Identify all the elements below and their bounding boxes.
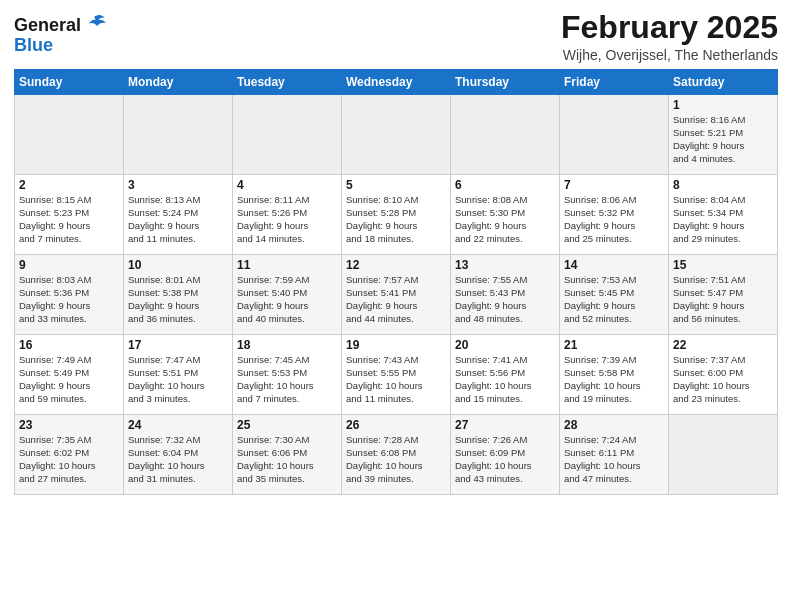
day-number: 12 xyxy=(346,258,446,272)
calendar-day-cell: 13Sunrise: 7:55 AM Sunset: 5:43 PM Dayli… xyxy=(451,255,560,335)
weekday-header-tuesday: Tuesday xyxy=(233,70,342,95)
day-number: 10 xyxy=(128,258,228,272)
calendar-day-cell: 18Sunrise: 7:45 AM Sunset: 5:53 PM Dayli… xyxy=(233,335,342,415)
calendar-day-cell: 11Sunrise: 7:59 AM Sunset: 5:40 PM Dayli… xyxy=(233,255,342,335)
day-number: 6 xyxy=(455,178,555,192)
calendar-day-cell: 4Sunrise: 8:11 AM Sunset: 5:26 PM Daylig… xyxy=(233,175,342,255)
weekday-header-wednesday: Wednesday xyxy=(342,70,451,95)
day-number: 5 xyxy=(346,178,446,192)
day-info: Sunrise: 7:59 AM Sunset: 5:40 PM Dayligh… xyxy=(237,274,337,325)
calendar-week-row: 23Sunrise: 7:35 AM Sunset: 6:02 PM Dayli… xyxy=(15,415,778,495)
calendar-day-cell: 25Sunrise: 7:30 AM Sunset: 6:06 PM Dayli… xyxy=(233,415,342,495)
day-info: Sunrise: 7:37 AM Sunset: 6:00 PM Dayligh… xyxy=(673,354,773,405)
calendar-day-cell: 19Sunrise: 7:43 AM Sunset: 5:55 PM Dayli… xyxy=(342,335,451,415)
day-info: Sunrise: 8:01 AM Sunset: 5:38 PM Dayligh… xyxy=(128,274,228,325)
calendar-day-cell: 9Sunrise: 8:03 AM Sunset: 5:36 PM Daylig… xyxy=(15,255,124,335)
day-number: 11 xyxy=(237,258,337,272)
day-number: 20 xyxy=(455,338,555,352)
day-number: 25 xyxy=(237,418,337,432)
calendar-day-cell: 10Sunrise: 8:01 AM Sunset: 5:38 PM Dayli… xyxy=(124,255,233,335)
logo-bird-icon xyxy=(85,14,107,38)
logo-blue: Blue xyxy=(14,36,107,56)
calendar-header-row: SundayMondayTuesdayWednesdayThursdayFrid… xyxy=(15,70,778,95)
month-year-title: February 2025 xyxy=(561,10,778,45)
day-number: 9 xyxy=(19,258,119,272)
calendar-day-cell: 6Sunrise: 8:08 AM Sunset: 5:30 PM Daylig… xyxy=(451,175,560,255)
calendar-week-row: 16Sunrise: 7:49 AM Sunset: 5:49 PM Dayli… xyxy=(15,335,778,415)
day-info: Sunrise: 7:39 AM Sunset: 5:58 PM Dayligh… xyxy=(564,354,664,405)
calendar-day-cell: 3Sunrise: 8:13 AM Sunset: 5:24 PM Daylig… xyxy=(124,175,233,255)
calendar-day-cell: 16Sunrise: 7:49 AM Sunset: 5:49 PM Dayli… xyxy=(15,335,124,415)
day-number: 16 xyxy=(19,338,119,352)
day-info: Sunrise: 8:08 AM Sunset: 5:30 PM Dayligh… xyxy=(455,194,555,245)
calendar-day-cell: 15Sunrise: 7:51 AM Sunset: 5:47 PM Dayli… xyxy=(669,255,778,335)
calendar-day-cell: 22Sunrise: 7:37 AM Sunset: 6:00 PM Dayli… xyxy=(669,335,778,415)
day-info: Sunrise: 7:53 AM Sunset: 5:45 PM Dayligh… xyxy=(564,274,664,325)
day-info: Sunrise: 7:35 AM Sunset: 6:02 PM Dayligh… xyxy=(19,434,119,485)
day-info: Sunrise: 7:49 AM Sunset: 5:49 PM Dayligh… xyxy=(19,354,119,405)
calendar-day-cell: 1Sunrise: 8:16 AM Sunset: 5:21 PM Daylig… xyxy=(669,95,778,175)
day-info: Sunrise: 8:11 AM Sunset: 5:26 PM Dayligh… xyxy=(237,194,337,245)
day-info: Sunrise: 8:03 AM Sunset: 5:36 PM Dayligh… xyxy=(19,274,119,325)
calendar-day-cell xyxy=(560,95,669,175)
calendar-day-cell xyxy=(669,415,778,495)
calendar-day-cell: 23Sunrise: 7:35 AM Sunset: 6:02 PM Dayli… xyxy=(15,415,124,495)
calendar-day-cell: 27Sunrise: 7:26 AM Sunset: 6:09 PM Dayli… xyxy=(451,415,560,495)
day-number: 18 xyxy=(237,338,337,352)
day-number: 14 xyxy=(564,258,664,272)
calendar-week-row: 1Sunrise: 8:16 AM Sunset: 5:21 PM Daylig… xyxy=(15,95,778,175)
calendar-day-cell: 8Sunrise: 8:04 AM Sunset: 5:34 PM Daylig… xyxy=(669,175,778,255)
day-info: Sunrise: 8:16 AM Sunset: 5:21 PM Dayligh… xyxy=(673,114,773,165)
day-number: 23 xyxy=(19,418,119,432)
weekday-header-saturday: Saturday xyxy=(669,70,778,95)
calendar-day-cell: 21Sunrise: 7:39 AM Sunset: 5:58 PM Dayli… xyxy=(560,335,669,415)
day-number: 24 xyxy=(128,418,228,432)
day-number: 28 xyxy=(564,418,664,432)
weekday-header-thursday: Thursday xyxy=(451,70,560,95)
day-info: Sunrise: 7:51 AM Sunset: 5:47 PM Dayligh… xyxy=(673,274,773,325)
day-info: Sunrise: 7:43 AM Sunset: 5:55 PM Dayligh… xyxy=(346,354,446,405)
calendar-day-cell: 17Sunrise: 7:47 AM Sunset: 5:51 PM Dayli… xyxy=(124,335,233,415)
day-number: 2 xyxy=(19,178,119,192)
day-number: 4 xyxy=(237,178,337,192)
day-info: Sunrise: 8:13 AM Sunset: 5:24 PM Dayligh… xyxy=(128,194,228,245)
day-number: 27 xyxy=(455,418,555,432)
logo: General Blue xyxy=(14,14,107,56)
day-info: Sunrise: 7:57 AM Sunset: 5:41 PM Dayligh… xyxy=(346,274,446,325)
day-info: Sunrise: 8:04 AM Sunset: 5:34 PM Dayligh… xyxy=(673,194,773,245)
calendar-day-cell xyxy=(233,95,342,175)
day-info: Sunrise: 7:24 AM Sunset: 6:11 PM Dayligh… xyxy=(564,434,664,485)
day-info: Sunrise: 8:10 AM Sunset: 5:28 PM Dayligh… xyxy=(346,194,446,245)
calendar-day-cell xyxy=(15,95,124,175)
day-info: Sunrise: 7:45 AM Sunset: 5:53 PM Dayligh… xyxy=(237,354,337,405)
day-info: Sunrise: 7:47 AM Sunset: 5:51 PM Dayligh… xyxy=(128,354,228,405)
day-info: Sunrise: 8:06 AM Sunset: 5:32 PM Dayligh… xyxy=(564,194,664,245)
weekday-header-sunday: Sunday xyxy=(15,70,124,95)
calendar-week-row: 9Sunrise: 8:03 AM Sunset: 5:36 PM Daylig… xyxy=(15,255,778,335)
day-number: 21 xyxy=(564,338,664,352)
calendar-day-cell: 20Sunrise: 7:41 AM Sunset: 5:56 PM Dayli… xyxy=(451,335,560,415)
day-number: 13 xyxy=(455,258,555,272)
calendar-day-cell: 7Sunrise: 8:06 AM Sunset: 5:32 PM Daylig… xyxy=(560,175,669,255)
calendar-day-cell xyxy=(451,95,560,175)
calendar-day-cell xyxy=(342,95,451,175)
weekday-header-monday: Monday xyxy=(124,70,233,95)
day-number: 22 xyxy=(673,338,773,352)
day-info: Sunrise: 8:15 AM Sunset: 5:23 PM Dayligh… xyxy=(19,194,119,245)
calendar-day-cell: 28Sunrise: 7:24 AM Sunset: 6:11 PM Dayli… xyxy=(560,415,669,495)
day-number: 1 xyxy=(673,98,773,112)
calendar-day-cell: 2Sunrise: 8:15 AM Sunset: 5:23 PM Daylig… xyxy=(15,175,124,255)
calendar-day-cell: 5Sunrise: 8:10 AM Sunset: 5:28 PM Daylig… xyxy=(342,175,451,255)
day-number: 17 xyxy=(128,338,228,352)
calendar-day-cell xyxy=(124,95,233,175)
calendar-week-row: 2Sunrise: 8:15 AM Sunset: 5:23 PM Daylig… xyxy=(15,175,778,255)
day-number: 15 xyxy=(673,258,773,272)
day-number: 19 xyxy=(346,338,446,352)
day-info: Sunrise: 7:32 AM Sunset: 6:04 PM Dayligh… xyxy=(128,434,228,485)
day-number: 7 xyxy=(564,178,664,192)
title-block: February 2025 Wijhe, Overijssel, The Net… xyxy=(561,10,778,63)
logo-general: General xyxy=(14,15,81,35)
day-info: Sunrise: 7:30 AM Sunset: 6:06 PM Dayligh… xyxy=(237,434,337,485)
day-info: Sunrise: 7:28 AM Sunset: 6:08 PM Dayligh… xyxy=(346,434,446,485)
calendar-day-cell: 24Sunrise: 7:32 AM Sunset: 6:04 PM Dayli… xyxy=(124,415,233,495)
